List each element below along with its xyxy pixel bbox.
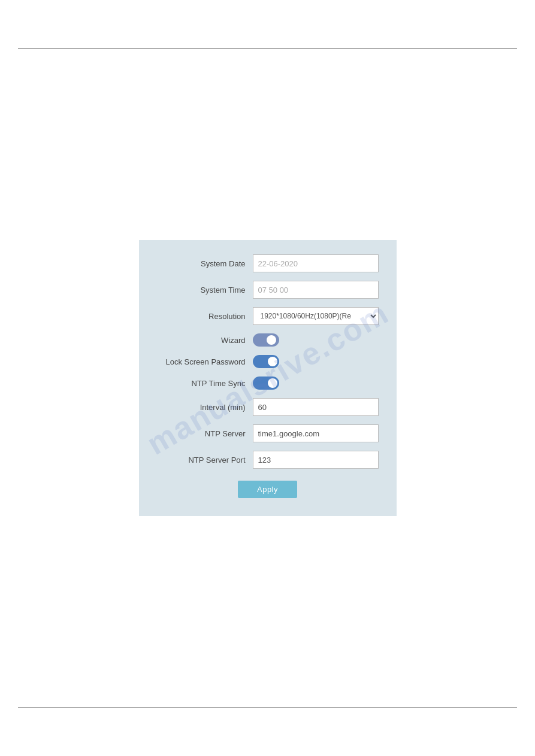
lock-screen-password-row: Lock Screen Password	[157, 355, 379, 368]
system-date-input[interactable]	[253, 254, 379, 272]
ntp-server-label: NTP Server	[157, 429, 253, 438]
interval-row: Interval (min)	[157, 398, 379, 416]
resolution-select[interactable]: 1920*1080/60Hz(1080P)(Re	[253, 307, 379, 325]
wizard-toggle[interactable]	[253, 333, 279, 347]
resolution-label: Resolution	[157, 312, 253, 321]
ntp-time-sync-toggle-wrapper	[253, 377, 279, 390]
lock-screen-password-toggle[interactable]	[253, 355, 279, 368]
ntp-server-row: NTP Server	[157, 424, 379, 442]
ntp-server-port-input[interactable]	[253, 451, 379, 469]
interval-label: Interval (min)	[157, 403, 253, 412]
system-time-label: System Time	[157, 286, 253, 294]
ntp-time-sync-label: NTP Time Sync	[157, 379, 253, 388]
system-date-label: System Date	[157, 259, 253, 268]
ntp-server-port-row: NTP Server Port	[157, 451, 379, 469]
page-content: manualsrive.com System Date System Time …	[0, 48, 535, 708]
resolution-row: Resolution 1920*1080/60Hz(1080P)(Re	[157, 307, 379, 325]
system-date-row: System Date	[157, 254, 379, 272]
system-time-row: System Time	[157, 281, 379, 299]
wizard-row: Wizard	[157, 333, 379, 347]
wizard-label: Wizard	[157, 336, 253, 345]
system-time-input[interactable]	[253, 281, 379, 299]
lock-screen-toggle-wrapper	[253, 355, 279, 368]
wizard-toggle-wrapper	[253, 333, 279, 347]
interval-input[interactable]	[253, 398, 379, 416]
apply-row: Apply	[157, 481, 379, 498]
ntp-server-port-label: NTP Server Port	[157, 456, 253, 464]
settings-panel: manualsrive.com System Date System Time …	[139, 240, 397, 516]
lock-screen-password-label: Lock Screen Password	[157, 357, 253, 366]
apply-button[interactable]: Apply	[238, 481, 297, 498]
ntp-server-input[interactable]	[253, 424, 379, 442]
ntp-time-sync-toggle[interactable]	[253, 377, 279, 390]
ntp-time-sync-row: NTP Time Sync	[157, 377, 379, 390]
